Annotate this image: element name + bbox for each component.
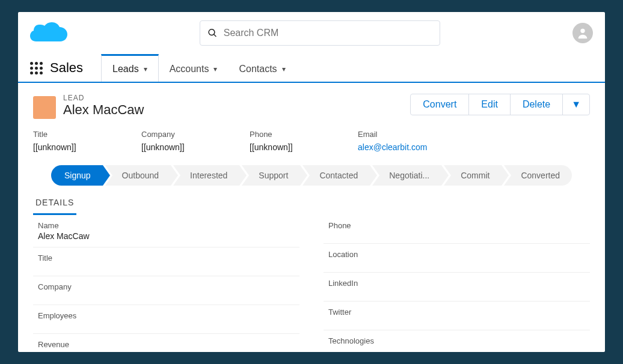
stage-interested[interactable]: Interested	[173, 165, 239, 186]
stage-negotiation[interactable]: Negotiati...	[372, 165, 441, 186]
field-revenue: Revenue	[33, 334, 299, 352]
stage-support[interactable]: Support	[242, 165, 300, 186]
lead-name: Alex MacCaw	[63, 102, 144, 118]
field-twitter: Twitter	[324, 302, 590, 330]
info-label-company: Company	[141, 130, 213, 139]
app-launcher-icon[interactable]	[30, 62, 43, 74]
field-name: NameAlex MacCaw	[33, 215, 299, 247]
delete-button[interactable]: Delete	[511, 94, 563, 115]
stage-converted[interactable]: Converted	[504, 165, 572, 186]
stage-outbound[interactable]: Outbound	[105, 165, 171, 186]
stage-commit[interactable]: Commit	[444, 165, 502, 186]
nav-tabs: Leads▾ Accounts▾ Contacts▾	[101, 54, 296, 82]
stage-path: Signup Outbound Interested Support Conta…	[18, 163, 605, 192]
tab-contacts[interactable]: Contacts▾	[228, 54, 296, 82]
details-tab-label[interactable]: DETAILS	[33, 192, 76, 215]
details-grid: NameAlex MacCaw Title Company Employees …	[18, 215, 605, 352]
app-window: Sales Leads▾ Accounts▾ Contacts▾ LEAD Al…	[18, 12, 605, 352]
tab-leads[interactable]: Leads▾	[101, 54, 159, 82]
convert-button[interactable]: Convert	[411, 94, 469, 115]
info-val-email[interactable]: alex@clearbit.com	[358, 142, 430, 152]
info-val-phone: [[unknown]]	[250, 142, 322, 152]
action-group: Convert Edit Delete ▼	[410, 94, 590, 115]
field-location: Location	[324, 244, 590, 273]
field-company: Company	[33, 276, 299, 305]
more-actions-button[interactable]: ▼	[563, 94, 589, 115]
search-icon	[207, 28, 218, 38]
lead-info-row: Title[[unknown]] Company[[unknown]] Phon…	[18, 126, 605, 163]
navbar: Sales Leads▾ Accounts▾ Contacts▾	[18, 54, 605, 83]
info-val-company: [[unknown]]	[141, 142, 213, 152]
search-box[interactable]	[200, 20, 440, 46]
field-phone: Phone	[324, 215, 590, 244]
chevron-down-icon: ▾	[213, 65, 217, 73]
lead-header: LEAD Alex MacCaw Convert Edit Delete ▼	[18, 83, 605, 126]
chevron-down-icon: ▾	[282, 65, 286, 73]
chevron-down-icon: ▾	[144, 65, 147, 73]
field-employees: Employees	[33, 305, 299, 334]
stage-signup[interactable]: Signup	[51, 165, 103, 186]
field-technologies: Technologies	[324, 330, 590, 352]
info-label-phone: Phone	[250, 130, 322, 139]
info-val-title: [[unknown]]	[33, 142, 105, 152]
salesforce-logo	[30, 19, 67, 47]
field-title: Title	[33, 247, 299, 276]
svg-point-0	[580, 29, 585, 33]
user-avatar[interactable]	[572, 23, 593, 43]
search-input[interactable]	[224, 28, 432, 38]
field-linkedin: LinkedIn	[324, 273, 590, 302]
triangle-down-icon: ▼	[571, 99, 581, 109]
tab-accounts[interactable]: Accounts▾	[159, 54, 229, 82]
topbar	[18, 12, 605, 54]
lead-avatar	[33, 96, 56, 119]
lead-type: LEAD	[63, 94, 144, 102]
edit-button[interactable]: Edit	[469, 94, 511, 115]
details-tab: DETAILS	[18, 192, 605, 215]
info-label-title: Title	[33, 130, 105, 139]
stage-contacted[interactable]: Contacted	[302, 165, 370, 186]
app-name: Sales	[50, 60, 83, 76]
info-label-email: Email	[358, 130, 430, 139]
